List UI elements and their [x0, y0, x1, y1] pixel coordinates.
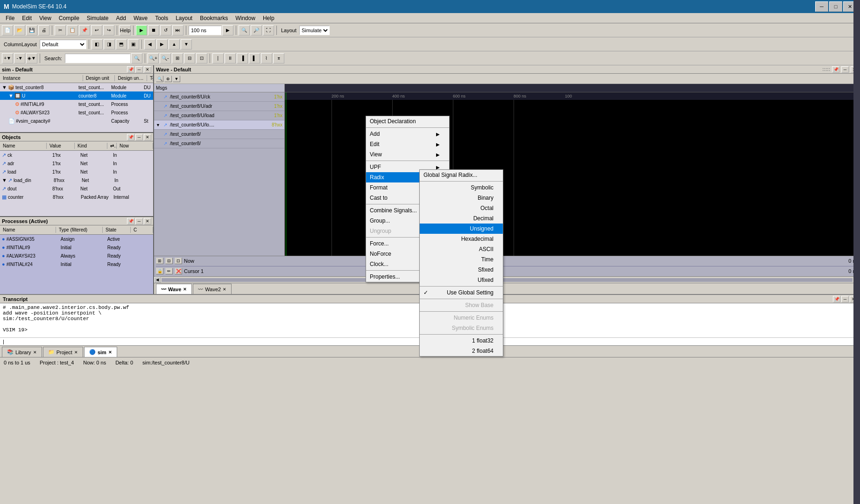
table-row[interactable]: ↗ adr 1'hx Net In: [0, 159, 153, 168]
zoom-fit-btn[interactable]: ⊞: [172, 53, 183, 63]
zoom-full-btn[interactable]: ⊟: [184, 53, 195, 63]
instance-panel-pin[interactable]: 📌: [127, 66, 134, 73]
list-item[interactable]: ↗ /test_counter8/U/load 1'hx: [154, 111, 284, 120]
table-row[interactable]: ↗ ck 1'hx Net In: [0, 151, 153, 159]
radix-ufixed[interactable]: Ufixed: [420, 275, 503, 285]
ctx-add[interactable]: Add ▶: [366, 129, 449, 139]
zoom-sel-btn[interactable]: ⊡: [196, 53, 207, 63]
sim-time-input[interactable]: [189, 26, 221, 35]
nav-back[interactable]: ◀: [144, 39, 155, 49]
processes-panel-min[interactable]: ─: [135, 218, 143, 224]
wave-scrollbar-top[interactable]: [285, 84, 860, 92]
print-button[interactable]: 🖨: [38, 25, 49, 35]
table-row[interactable]: ● #ALWAYS#23 Always Ready: [0, 252, 153, 260]
wave-hscrollbar[interactable]: ◀ ▶: [154, 276, 860, 283]
nav-fwd[interactable]: ▶: [156, 39, 168, 49]
menu-simulate[interactable]: Simulate: [83, 14, 113, 22]
list-item[interactable]: ↗ /test_counter8/: [154, 139, 284, 148]
table-row[interactable]: ● #INITIAL#24 Initial Ready: [0, 260, 153, 268]
wave-scroll-track[interactable]: [162, 278, 853, 282]
wave-fit[interactable]: ⛶: [263, 25, 274, 35]
wave-tool6[interactable]: ⌆: [273, 53, 284, 63]
list-item[interactable]: ↗ /test_counter8/: [154, 130, 284, 139]
maximize-button[interactable]: □: [829, 1, 842, 12]
processes-panel-pin[interactable]: 📌: [127, 218, 134, 224]
zoom-out-btn[interactable]: 🔍-: [160, 53, 171, 63]
radix-time[interactable]: Time: [420, 254, 503, 265]
radix-unsigned[interactable]: Unsigned: [420, 224, 503, 234]
wave-panel-pin[interactable]: 📌: [832, 66, 839, 73]
save-button[interactable]: 💾: [26, 25, 37, 35]
wave-status-btn2[interactable]: ⊟: [165, 258, 173, 264]
run-button[interactable]: ▶: [222, 25, 233, 35]
table-row[interactable]: ⚙ #ALWAYS#23 test_count... Process: [0, 108, 153, 117]
nav-up[interactable]: ▲: [169, 39, 180, 49]
radix-use-global[interactable]: ✓ Use Global Setting: [420, 287, 503, 298]
table-row[interactable]: ● #INITIAL#9 Initial Ready: [0, 243, 153, 252]
tab-project[interactable]: 📁 Project ✕: [43, 347, 83, 357]
wave-tool2[interactable]: ⏸: [225, 53, 236, 63]
cut-button[interactable]: ✂: [55, 25, 66, 35]
tab-library-close[interactable]: ✕: [33, 350, 37, 355]
wave-tool3[interactable]: ▐: [237, 53, 248, 63]
transcript-pin[interactable]: 📌: [833, 296, 840, 302]
wave-tb-btn2[interactable]: ⊕: [164, 76, 172, 82]
tab-sim-close[interactable]: ✕: [108, 350, 112, 355]
radix-global-signal[interactable]: Global Signal Radix...: [420, 170, 503, 180]
radix-symbolic-enums[interactable]: Symbolic Enums: [420, 323, 503, 333]
tab-sim[interactable]: 🔵 sim ✕: [84, 347, 117, 357]
wave-zoom-out[interactable]: 🔎: [251, 25, 262, 35]
layout-btn4[interactable]: ▣: [128, 39, 139, 49]
radix-float64[interactable]: 2 float64: [420, 346, 503, 356]
wave-tb-btn3[interactable]: ▼: [173, 76, 180, 82]
menu-edit[interactable]: Edit: [18, 14, 35, 22]
wave-cursor-btn3[interactable]: ❌: [175, 268, 182, 274]
transcript-min[interactable]: ─: [841, 296, 849, 302]
menu-layout[interactable]: Layout: [172, 14, 196, 22]
table-row[interactable]: ● #ASSIGN#35 Assign Active: [0, 235, 153, 243]
menu-window[interactable]: Window: [232, 14, 259, 22]
ctx-view[interactable]: View ▶: [366, 149, 449, 160]
table-row[interactable]: ⚙ #INITIAL#9 test_count... Process: [0, 100, 153, 108]
layout-btn1[interactable]: ◧: [92, 39, 103, 49]
nav-down[interactable]: ▼: [181, 39, 192, 49]
list-item[interactable]: ▼ ↗ /test_counter8/U/lo.... 8'hxx: [154, 120, 284, 130]
zoom-in-btn[interactable]: 🔍+: [148, 53, 159, 63]
layout-btn2[interactable]: ◨: [104, 39, 115, 49]
redo-button[interactable]: ↪: [103, 25, 114, 35]
radix-binary[interactable]: Binary: [420, 193, 503, 203]
menu-tools[interactable]: Tools: [151, 14, 172, 22]
wave-status-btn3[interactable]: ⊡: [175, 258, 182, 264]
open-button[interactable]: 📂: [14, 25, 25, 35]
list-item[interactable]: ↗ /test_counter8/U/adr 1'hx: [154, 102, 284, 111]
radix-numeric-enums[interactable]: Numeric Enums: [420, 313, 503, 323]
menu-file[interactable]: File: [2, 14, 18, 22]
sim-btn2[interactable]: -▼: [14, 53, 25, 63]
sim-start-button[interactable]: ▶: [136, 25, 147, 35]
wave-tool5[interactable]: ⌇: [261, 53, 272, 63]
radix-show-base[interactable]: Show Base: [420, 300, 503, 310]
wave-panel-min[interactable]: ─: [841, 66, 849, 73]
ctx-edit[interactable]: Edit ▶: [366, 139, 449, 149]
ctx-object-declaration[interactable]: Object Declaration: [366, 116, 449, 126]
tab-library[interactable]: 📚 Library ✕: [2, 347, 42, 357]
tab-wave2-close[interactable]: ✕: [223, 287, 226, 292]
sim-step-button[interactable]: ⏭: [172, 25, 183, 35]
instance-panel-min[interactable]: ─: [135, 66, 143, 73]
wave-cursor-btn2[interactable]: ✏: [165, 268, 173, 274]
wave-scroll-left[interactable]: ◀: [154, 277, 161, 283]
wave-vscrollbar[interactable]: [853, 84, 860, 256]
radix-symbolic[interactable]: Symbolic: [420, 182, 503, 193]
radix-decimal[interactable]: Decimal: [420, 213, 503, 224]
table-row[interactable]: ▼ 🔲 U counter8 Module DU: [0, 91, 153, 100]
layout-select[interactable]: Simulate: [299, 26, 330, 35]
sim-stop-button[interactable]: ⏹: [148, 25, 159, 35]
menu-compile[interactable]: Compile: [55, 14, 83, 22]
layout-btn3[interactable]: ⬒: [116, 39, 127, 49]
tab-wave[interactable]: 〰 Wave ✕: [156, 284, 192, 294]
radix-float32[interactable]: 1 float32: [420, 336, 503, 346]
sim-btn3[interactable]: ◈▼: [26, 53, 37, 63]
table-row[interactable]: ↗ load 1'hx Net In: [0, 168, 153, 176]
menu-add[interactable]: Add: [113, 14, 130, 22]
table-row[interactable]: ▼ 📦 test_counter8 test_count... Module D…: [0, 83, 153, 91]
